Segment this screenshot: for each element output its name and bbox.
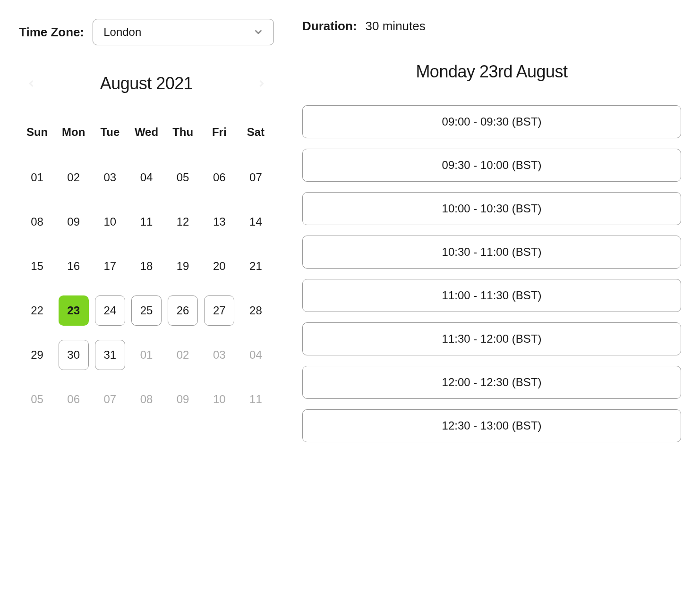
time-slot[interactable]: 12:30 - 13:00 (BST) [302,409,681,442]
calendar-day[interactable]: 25 [131,295,162,326]
calendar-day: 08 [131,384,162,414]
calendar-day: 11 [240,384,271,414]
duration-label: Duration: [302,19,357,34]
calendar-day: 02 [59,162,89,193]
selected-date-title: Monday 23rd August [302,62,681,82]
calendar-day: 11 [131,207,162,237]
time-slot[interactable]: 10:00 - 10:30 (BST) [302,192,681,225]
calendar-day: 13 [204,207,234,237]
calendar-day: 07 [240,162,271,193]
calendar-day: 14 [240,207,271,237]
calendar-day: 06 [59,384,89,414]
calendar-day: 08 [22,207,52,237]
calendar-day: 10 [204,384,234,414]
day-of-week-header: Tue [92,122,128,150]
time-slot[interactable]: 11:30 - 12:00 (BST) [302,322,681,355]
calendar-day: 15 [22,251,52,281]
calendar-day: 03 [95,162,125,193]
calendar-day[interactable]: 23 [59,295,89,326]
calendar-day: 10 [95,207,125,237]
calendar-day: 01 [22,162,52,193]
calendar-day: 29 [22,340,52,370]
calendar-day: 12 [168,207,198,237]
prev-month-button[interactable] [25,77,38,90]
calendar-day: 20 [204,251,234,281]
month-label: August 2021 [100,74,193,93]
calendar-day[interactable]: 30 [59,340,89,370]
timezone-value: London [103,25,141,39]
day-of-week-header: Fri [201,122,238,150]
calendar-day[interactable]: 27 [204,295,234,326]
calendar-day[interactable]: 31 [95,340,125,370]
calendar-day[interactable]: 24 [95,295,125,326]
time-slot[interactable]: 12:00 - 12:30 (BST) [302,366,681,399]
time-slot[interactable]: 11:00 - 11:30 (BST) [302,279,681,312]
day-of-week-header: Wed [128,122,164,150]
calendar-day: 18 [131,251,162,281]
time-slot[interactable]: 09:30 - 10:00 (BST) [302,149,681,182]
next-month-button[interactable] [255,77,268,90]
calendar-day: 05 [168,162,198,193]
time-slot-list: 09:00 - 09:30 (BST)09:30 - 10:00 (BST)10… [302,105,681,442]
calendar-day: 22 [22,295,52,326]
day-of-week-header: Thu [165,122,201,150]
calendar-day: 04 [240,340,271,370]
calendar-day: 16 [59,251,89,281]
day-of-week-header: Sat [238,122,274,150]
calendar-day: 06 [204,162,234,193]
calendar-day: 09 [168,384,198,414]
timezone-label: Time Zone: [19,25,84,40]
calendar-grid: SunMonTueWedThuFriSat0102030405060708091… [19,122,274,416]
calendar-day: 03 [204,340,234,370]
calendar-day: 09 [59,207,89,237]
day-of-week-header: Sun [19,122,55,150]
calendar-day: 19 [168,251,198,281]
calendar-day: 21 [240,251,271,281]
day-of-week-header: Mon [55,122,92,150]
calendar-day: 28 [240,295,271,326]
calendar-day: 07 [95,384,125,414]
time-slot[interactable]: 10:30 - 11:00 (BST) [302,236,681,269]
calendar-day: 02 [168,340,198,370]
calendar-day: 05 [22,384,52,414]
calendar-day: 01 [131,340,162,370]
duration-value: 30 minutes [366,19,426,34]
time-slot[interactable]: 09:00 - 09:30 (BST) [302,105,681,138]
calendar-day: 04 [131,162,162,193]
calendar-day[interactable]: 26 [168,295,198,326]
calendar-day: 17 [95,251,125,281]
timezone-select[interactable]: London [93,19,274,45]
